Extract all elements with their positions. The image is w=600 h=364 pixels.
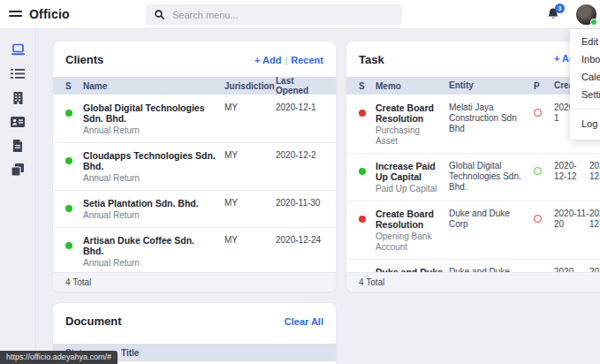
client-last-opened: 2020-12-2 [276, 150, 329, 184]
menu-item-edit-profile[interactable]: Edit Profile [570, 33, 600, 50]
task-header-entity: Entity [449, 80, 534, 91]
task-entity: Global Digital Technologies Sdn. Bhd. [449, 161, 534, 194]
task-entity: Duke and Duke Corp [449, 209, 534, 253]
clients-recent-button[interactable]: Recent [291, 55, 323, 65]
task-priority-ring [534, 109, 542, 117]
task-header-memo: Memo [376, 81, 449, 91]
client-subtitle: Annual Return [83, 173, 217, 184]
task-total-count: 4 Total [346, 272, 600, 292]
sidebar-item-templates[interactable] [5, 157, 30, 181]
client-status-dot [65, 110, 72, 117]
task-created-date: 2020-12-12 [554, 161, 589, 194]
app-logo: Officio [29, 7, 70, 21]
task-table-row[interactable]: Create Board Resolution Opening Bank Acc… [346, 201, 600, 260]
task-created-date: 2020-11-20 [554, 209, 589, 253]
clients-add-button[interactable]: + Add [254, 55, 281, 65]
task-priority-ring [534, 167, 542, 175]
search-placeholder: Search menu... [172, 10, 239, 20]
client-status-dot [65, 242, 72, 249]
copy-stack-icon [11, 163, 24, 176]
document-header-title: Title [121, 348, 139, 358]
sidebar-item-documents[interactable] [5, 133, 30, 157]
task-status-dot [359, 168, 366, 175]
task-entity: Melati Jaya Construction Sdn Bhd [449, 102, 534, 147]
client-subtitle: Annual Return [83, 125, 217, 136]
sidebar-item-company[interactable] [5, 86, 30, 110]
client-jurisdiction: MY [224, 235, 276, 269]
task-memo: Create Board Resolution [376, 209, 444, 230]
client-last-opened: 2020-11-30 [276, 198, 329, 221]
search-icon [155, 10, 164, 19]
clients-title: Clients [65, 53, 103, 66]
task-header-status: S [359, 81, 376, 91]
client-name: Setia Plantation Sdn. Bhd. [83, 198, 217, 209]
clients-header-jurisdiction: Jurisdiction [224, 81, 276, 91]
menu-item-calendar[interactable]: Calendar [570, 68, 600, 86]
clients-header-status: S [65, 81, 83, 91]
task-table-row[interactable]: Duke and Duke Corp Annual Complience Duk… [346, 260, 600, 272]
search-input[interactable]: Search menu... [146, 4, 402, 25]
sidebar-item-contacts[interactable] [5, 110, 30, 133]
document-icon [12, 140, 23, 152]
client-table-row[interactable]: Cloudapps Technologies Sdn. Bhd. Annual … [53, 143, 336, 191]
client-table-row[interactable]: Global Digital Technologies Sdn. Bhd. An… [53, 95, 336, 143]
sidebar-item-tasks[interactable] [5, 62, 30, 86]
task-table-body: Create Board Resolution Purchasing Asset… [346, 95, 600, 272]
building-icon [12, 92, 24, 104]
user-avatar[interactable] [576, 4, 596, 25]
task-panel: Task + Add S Memo Entity P Crea Create B… [346, 42, 600, 292]
document-clear-all-button[interactable]: Clear All [285, 316, 323, 327]
client-status-dot [65, 157, 72, 164]
task-subtitle: Opening Bank Account [376, 231, 444, 253]
clients-table-body: Global Digital Technologies Sdn. Bhd. An… [53, 95, 336, 272]
task-memo: Create Board Resolution [376, 102, 444, 124]
client-jurisdiction: MY [224, 150, 276, 184]
client-last-opened: 2020-12-24 [276, 235, 329, 269]
task-table-header: S Memo Entity P Crea [346, 77, 600, 95]
link-preview-statusbar: https://officio.adeyahya.com/# [0, 351, 118, 364]
task-priority-ring [534, 215, 542, 223]
hamburger-menu-icon[interactable] [9, 11, 22, 18]
client-status-dot [65, 205, 72, 212]
client-table-row[interactable]: Setia Plantation Sdn. Bhd. Annual Return… [53, 191, 336, 228]
clients-total-count: 4 Total [53, 272, 336, 292]
task-table-row[interactable]: Create Board Resolution Purchasing Asset… [346, 95, 600, 154]
task-title: Task [359, 53, 384, 66]
sidebar-item-dashboard[interactable] [5, 38, 30, 62]
clients-header-name: Name [83, 81, 224, 91]
client-subtitle: Annual Return [83, 258, 217, 269]
task-list-icon [11, 68, 25, 80]
client-name: Cloudapps Technologies Sdn. Bhd. [83, 150, 217, 171]
clients-panel: Clients + Add|Recent S Name Jurisdiction… [53, 42, 336, 292]
task-due-date: 2020-12-2 [589, 161, 600, 194]
clients-header-last-opened: Last Opened [276, 76, 329, 95]
task-header-priority: P [534, 81, 554, 91]
menu-divider [570, 109, 600, 110]
client-last-opened: 2020-12-1 [276, 102, 329, 136]
contact-card-icon [11, 117, 25, 127]
client-name: Global Digital Technologies Sdn. Bhd. [83, 102, 217, 124]
topbar: Officio Search menu... 3 [0, 0, 600, 29]
online-status-dot [590, 19, 597, 26]
client-name: Artisan Duke Coffee Sdn. Bhd. [83, 235, 217, 256]
task-subtitle: Purchasing Asset [376, 125, 444, 147]
task-status-dot [359, 216, 366, 223]
user-dropdown-menu: Edit Profile Inbox Calendar Setting Log … [570, 29, 600, 140]
task-due-date: 2020-12-2 [589, 209, 600, 253]
client-jurisdiction: MY [224, 198, 276, 221]
task-subtitle: Paid Up Capital [376, 184, 444, 194]
clients-table-header: S Name Jurisdiction Last Opened [53, 77, 336, 95]
client-subtitle: Annual Return [83, 210, 217, 221]
menu-item-inbox[interactable]: Inbox [570, 50, 600, 68]
document-title: Document [65, 315, 122, 328]
menu-item-log-out[interactable]: Log Out [570, 115, 600, 133]
task-table-row[interactable]: Increase Paid Up Capital Paid Up Capital… [346, 154, 600, 201]
client-jurisdiction: MY [224, 102, 276, 136]
sidebar [0, 29, 36, 364]
task-memo: Increase Paid Up Capital [376, 161, 444, 182]
notification-count-badge: 3 [555, 4, 565, 13]
menu-item-setting[interactable]: Setting [570, 86, 600, 103]
task-status-dot [359, 110, 366, 117]
dashboard-icon [11, 43, 26, 57]
client-table-row[interactable]: Artisan Duke Coffee Sdn. Bhd. Annual Ret… [53, 228, 336, 272]
